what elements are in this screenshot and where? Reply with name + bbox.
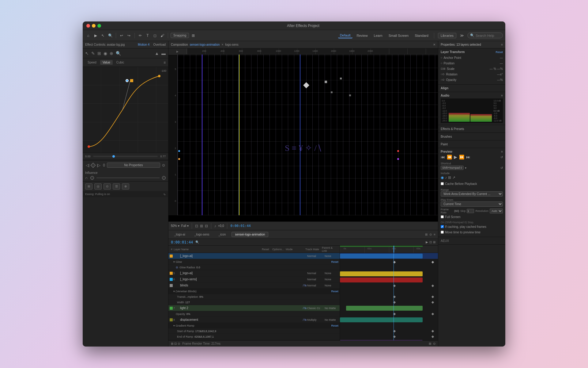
tl-icon-3[interactable]: ⊞ xyxy=(433,240,435,244)
status-icon-1[interactable]: ⊞ xyxy=(429,342,431,345)
home-icon[interactable]: ⌂ xyxy=(85,33,91,39)
resolution-select[interactable]: Auto xyxy=(490,209,503,213)
status-icon-2[interactable]: ⊙ xyxy=(433,342,435,345)
tab-value[interactable]: Value xyxy=(100,60,113,65)
loop-icon[interactable]: ↺ xyxy=(500,155,503,159)
bar-icon[interactable]: ▬ xyxy=(161,51,166,56)
curve-options-icon[interactable]: ⊙ xyxy=(161,163,166,168)
brush-icon[interactable]: 🖌 xyxy=(159,33,165,39)
tl-ctrl-2[interactable]: ⊙ xyxy=(429,233,432,236)
scrubber-handle[interactable] xyxy=(112,155,115,158)
tool-btn-3[interactable]: ⊙ xyxy=(104,183,111,190)
tool-btn-2[interactable]: ◎ xyxy=(94,183,102,190)
prev-to-start-btn[interactable]: ⏮ xyxy=(441,155,445,159)
skip-input[interactable] xyxy=(467,209,474,213)
tab-logo-ai[interactable]: _logo-ai xyxy=(171,232,189,237)
preview-menu-icon[interactable]: ≡ xyxy=(501,150,503,153)
workspace-default[interactable]: Default xyxy=(338,33,352,38)
layer-row[interactable]: 8 displacement / fx Multiply No Matte xyxy=(168,317,340,323)
magnet-icon[interactable]: ⊞ xyxy=(190,33,196,39)
if-caching-checkbox[interactable] xyxy=(441,225,444,228)
no-properties-button[interactable]: No Properties xyxy=(107,163,160,168)
layer-row[interactable]: [_logo-ai] Normal None xyxy=(168,253,340,259)
fit-icon[interactable]: ⊡ xyxy=(195,224,198,228)
play-icon[interactable]: ▶ xyxy=(92,33,99,39)
undo-icon[interactable]: ↩ xyxy=(119,33,125,39)
range-select[interactable]: Work Area Extended By Current ... xyxy=(441,191,503,197)
shortcut-dropdown[interactable]: ▾ xyxy=(465,166,466,170)
search-layers-icon[interactable]: 🔍 xyxy=(195,240,199,244)
snapping-button[interactable]: Snapping xyxy=(171,33,189,38)
tab-sensei[interactable]: sensei-logo-animation xyxy=(232,232,268,237)
audio-icon[interactable]: ♪ xyxy=(214,224,216,228)
search-icon[interactable]: 🔍 xyxy=(107,33,113,39)
tool-btn-5[interactable]: ⊕ xyxy=(122,183,129,190)
quality-select[interactable]: Full ▾ xyxy=(181,224,189,228)
tool-btn-4[interactable]: ☰ xyxy=(113,183,120,190)
bezier-handle-right[interactable] xyxy=(162,176,166,180)
workspace-small[interactable]: Small Screen xyxy=(387,33,410,38)
prev-step-fwd-btn[interactable]: ⏩ xyxy=(459,155,464,159)
keyframe-next-icon[interactable]: |▷ xyxy=(96,163,101,168)
audio-menu-icon[interactable]: ≡ xyxy=(501,94,503,97)
cache-checkbox[interactable] xyxy=(441,182,444,185)
reset-button[interactable]: Reset xyxy=(496,51,503,54)
bezier-sym-icon[interactable]: ∩ xyxy=(85,176,88,180)
pen-effect-icon[interactable]: ✎ xyxy=(91,51,95,56)
prev-to-end-btn[interactable]: ⏭ xyxy=(466,155,470,159)
keyframe-prev-icon[interactable]: ◁| xyxy=(85,163,90,168)
prev-play-btn[interactable]: ▶ xyxy=(454,155,457,159)
tl-ctrl-3[interactable]: ≡ xyxy=(434,233,435,236)
zero-icon[interactable]: 0 xyxy=(102,163,106,168)
grid-comp-icon[interactable]: ⊞ xyxy=(200,224,203,228)
workspace-standard[interactable]: Standard xyxy=(413,33,430,38)
libraries-button[interactable]: Libraries xyxy=(438,33,456,38)
tab-cubic[interactable]: Cubic xyxy=(114,60,127,65)
full-screen-checkbox[interactable] xyxy=(441,215,444,218)
text-icon[interactable]: T xyxy=(145,33,151,39)
tl-ctrl-1[interactable]: ⊞ xyxy=(425,233,428,236)
pointer-icon[interactable]: ↖ xyxy=(100,33,106,39)
search-effect-icon[interactable]: 🔍 xyxy=(116,51,121,56)
minimize-button[interactable] xyxy=(92,24,96,28)
close-button[interactable] xyxy=(86,24,90,28)
graph-options-icon[interactable]: ≡ xyxy=(164,60,166,65)
comp-close-icon[interactable]: ✕ xyxy=(433,43,435,46)
prev-step-back-btn[interactable]: ⏪ xyxy=(447,155,452,159)
tl-icon-2[interactable]: ⊡ xyxy=(429,240,432,244)
venetian-reset[interactable]: Reset xyxy=(331,290,338,293)
workspace-review[interactable]: Review xyxy=(355,33,370,38)
workspace-learn[interactable]: Learn xyxy=(372,33,384,38)
tl-icon-1[interactable]: ▶ xyxy=(426,240,428,244)
pen-icon[interactable]: ✏ xyxy=(137,33,143,39)
tab-speed[interactable]: Speed xyxy=(85,60,99,65)
include-grid-icon[interactable]: ⊞ xyxy=(448,175,451,180)
layer-row[interactable]: 5 [_logo-ai] Normal None xyxy=(168,270,340,276)
arrow-icon[interactable]: ↖ xyxy=(85,51,89,56)
timeline-scrubber[interactable] xyxy=(93,156,158,157)
shape-icon[interactable]: ◻ xyxy=(152,33,158,39)
search-input[interactable] xyxy=(476,34,500,37)
properties-menu-icon[interactable]: ≡ xyxy=(501,43,503,46)
magnify-icon[interactable]: ⊕ xyxy=(110,51,113,56)
tab-icon[interactable]: _icon xyxy=(215,232,229,237)
triangle-icon[interactable]: ▲ xyxy=(155,51,159,56)
gr-reset[interactable]: Reset xyxy=(331,324,338,327)
sub-reset[interactable]: Reset xyxy=(331,260,338,263)
redo-icon[interactable]: ↪ xyxy=(126,33,132,39)
circle-icon[interactable]: ◉ xyxy=(104,51,107,56)
shortcut-reset-icon[interactable]: ↺ xyxy=(500,166,503,170)
playhead[interactable] xyxy=(394,246,394,253)
include-audio-icon[interactable]: ♪ xyxy=(445,175,447,180)
guides-icon[interactable]: ⊟ xyxy=(205,224,208,228)
timeline-timecode[interactable]: 0:00:01:44 xyxy=(171,240,193,244)
move-time-checkbox[interactable] xyxy=(441,231,444,234)
grid-icon[interactable]: ⊞ xyxy=(97,51,101,56)
tab-logo-sens[interactable]: _logo-sens xyxy=(191,232,213,237)
maximize-button[interactable] xyxy=(97,24,101,28)
include-expand-icon[interactable]: ↗ xyxy=(452,175,455,180)
expand-icon[interactable]: ≫ xyxy=(459,33,465,39)
layer-row[interactable]: 6 [_logo-sens] Normal None xyxy=(168,276,340,282)
zoom-select[interactable]: 50% ▾ xyxy=(171,224,179,228)
layer-row[interactable]: blinds / fx Normal None xyxy=(168,282,340,289)
